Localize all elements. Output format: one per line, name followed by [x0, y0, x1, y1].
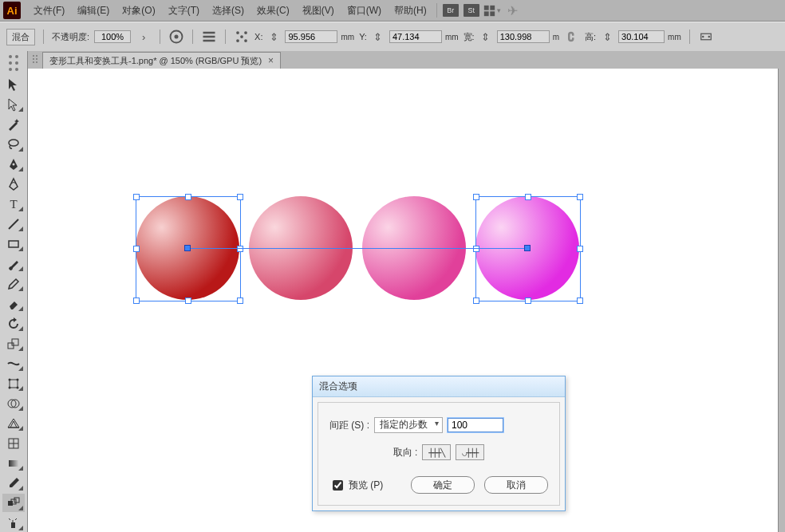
- svg-point-33: [9, 386, 11, 388]
- gradient-tool[interactable]: [2, 454, 25, 472]
- w-unit: m: [553, 33, 559, 41]
- perspective-grid-tool[interactable]: [2, 414, 25, 432]
- y-input[interactable]: [389, 30, 442, 43]
- bridge-icon[interactable]: Br: [442, 2, 460, 18]
- y-label: Y:: [359, 32, 367, 41]
- orientation-page-button[interactable]: ┼┼┼╲: [422, 444, 451, 460]
- svg-point-17: [9, 55, 12, 58]
- toolbox: T: [0, 51, 28, 532]
- h-unit: mm: [668, 33, 681, 41]
- svg-rect-8: [203, 40, 215, 42]
- y-unit: mm: [445, 33, 459, 41]
- scale-tool[interactable]: [2, 334, 25, 353]
- svg-point-15: [702, 36, 704, 38]
- rectangle-tool[interactable]: [2, 234, 25, 253]
- pen-tool[interactable]: [2, 155, 25, 173]
- canvas[interactable]: 混合选项 间距 (S) : 指定的步数 取向 : ┼┼┼╲ ◡┼┼┼: [28, 69, 785, 532]
- menu-type[interactable]: 文字(T): [162, 2, 206, 19]
- isolate-blend-icon[interactable]: [698, 29, 714, 45]
- spine-anchor-right[interactable]: [524, 245, 531, 251]
- opacity-input[interactable]: [94, 30, 131, 43]
- close-tab-icon[interactable]: ×: [268, 55, 274, 66]
- svg-rect-27: [9, 241, 18, 247]
- symbol-sprayer-tool[interactable]: [2, 514, 25, 532]
- svg-rect-41: [8, 501, 13, 506]
- x-input[interactable]: [285, 30, 337, 43]
- ok-button[interactable]: 确定: [411, 476, 475, 494]
- arrange-documents-icon[interactable]: ▾: [483, 2, 501, 18]
- svg-point-34: [17, 386, 19, 388]
- blend-tool[interactable]: [2, 494, 25, 512]
- svg-point-21: [9, 68, 12, 71]
- svg-point-22: [15, 68, 18, 71]
- x-stepper-icon[interactable]: ⇕: [266, 29, 282, 45]
- blend-mode-chip[interactable]: 混合: [6, 29, 35, 45]
- document-tab[interactable]: 变形工具和变换工具-1.png* @ 150% (RGB/GPU 预览) ×: [42, 52, 281, 69]
- link-wh-icon[interactable]: [564, 29, 580, 45]
- direct-selection-tool[interactable]: [2, 95, 25, 113]
- menu-view[interactable]: 视图(V): [296, 2, 341, 19]
- svg-point-10: [244, 31, 247, 34]
- spine-anchor-left[interactable]: [184, 245, 191, 251]
- magic-wand-tool[interactable]: [2, 115, 25, 133]
- blend-spine: [187, 248, 527, 249]
- w-stepper-icon[interactable]: ⇕: [478, 29, 494, 45]
- menu-select[interactable]: 选择(S): [206, 2, 250, 19]
- document-tab-title: 变形工具和变换工具-1.png* @ 150% (RGB/GPU 预览): [49, 55, 262, 67]
- svg-rect-3: [490, 11, 495, 16]
- tab-grip-icon[interactable]: [30, 51, 40, 69]
- preview-checkbox[interactable]: 预览 (P): [329, 478, 383, 493]
- h-stepper-icon[interactable]: ⇕: [599, 29, 615, 45]
- pencil-tool[interactable]: [2, 274, 25, 293]
- menu-object[interactable]: 对象(O): [116, 2, 161, 19]
- svg-rect-43: [14, 498, 19, 502]
- svg-point-31: [9, 378, 11, 380]
- svg-line-26: [9, 219, 18, 229]
- paintbrush-tool[interactable]: [2, 254, 25, 273]
- orientation-path-button[interactable]: ◡┼┼┼: [456, 444, 484, 460]
- spacing-select[interactable]: 指定的步数: [374, 417, 443, 433]
- steps-input[interactable]: [448, 418, 503, 432]
- selection-tool[interactable]: [2, 75, 25, 93]
- shape-builder-tool[interactable]: [2, 394, 25, 412]
- lasso-tool[interactable]: [2, 135, 25, 153]
- svg-point-16: [708, 36, 710, 38]
- cancel-button[interactable]: 取消: [484, 476, 548, 494]
- menu-effect[interactable]: 效果(C): [250, 2, 296, 19]
- stock-icon[interactable]: St: [463, 2, 480, 18]
- menu-help[interactable]: 帮助(H): [388, 2, 433, 19]
- svg-rect-29: [12, 339, 18, 345]
- type-tool[interactable]: T: [2, 195, 25, 213]
- height-input[interactable]: [618, 30, 665, 43]
- curvature-tool[interactable]: [2, 175, 25, 193]
- menu-window[interactable]: 窗口(W): [341, 2, 388, 19]
- svg-rect-1: [490, 5, 495, 10]
- free-transform-tool[interactable]: [2, 374, 25, 392]
- width-tool[interactable]: [2, 354, 25, 372]
- transform-panel-icon[interactable]: [234, 29, 250, 45]
- mesh-tool[interactable]: [2, 434, 25, 452]
- svg-point-13: [240, 35, 243, 38]
- menu-file[interactable]: 文件(F): [27, 2, 71, 19]
- line-segment-tool[interactable]: [2, 215, 25, 233]
- app-logo: Ai: [3, 2, 21, 19]
- svg-point-45: [33, 55, 34, 57]
- width-input[interactable]: [497, 30, 550, 43]
- eyedropper-tool[interactable]: [2, 474, 25, 492]
- gpu-performance-icon[interactable]: ✈: [507, 3, 518, 18]
- toolbox-grip-icon[interactable]: [9, 56, 18, 73]
- svg-rect-0: [483, 5, 488, 10]
- options-bar: 混合 不透明度: › X: ⇕ mm Y: ⇕ mm 宽: ⇕ m 高: ⇕ m…: [0, 22, 785, 52]
- rotate-tool[interactable]: [2, 314, 25, 333]
- recolor-artwork-icon[interactable]: [168, 29, 184, 45]
- separator: [43, 30, 44, 44]
- separator: [436, 3, 437, 18]
- opacity-more-icon[interactable]: ›: [136, 29, 152, 45]
- svg-rect-44: [11, 522, 15, 528]
- y-stepper-icon[interactable]: ⇕: [370, 29, 386, 45]
- eraser-tool[interactable]: [2, 294, 25, 313]
- align-panel-icon[interactable]: [201, 29, 217, 45]
- preview-label: 预览 (P): [349, 479, 383, 492]
- preview-checkbox-input[interactable]: [333, 480, 343, 491]
- menu-edit[interactable]: 编辑(E): [71, 2, 116, 19]
